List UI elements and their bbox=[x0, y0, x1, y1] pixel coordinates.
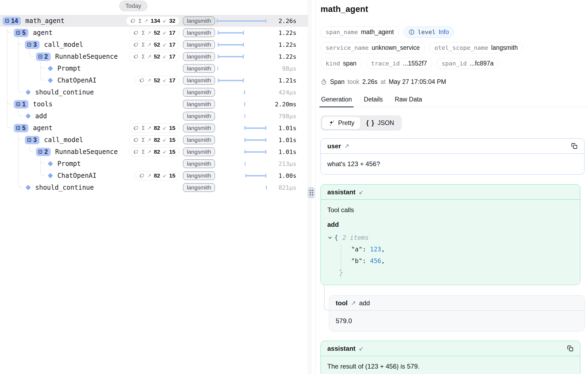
tab-raw-data[interactable]: Raw Data bbox=[394, 94, 423, 107]
collapse-badge[interactable]: 2 bbox=[36, 148, 51, 156]
json-open-brace: { bbox=[334, 234, 338, 241]
tree-connector-line bbox=[18, 109, 23, 116]
collapse-arrow-icon[interactable]: ↙ bbox=[359, 345, 364, 352]
duration-bar bbox=[218, 43, 244, 47]
copy-button[interactable] bbox=[567, 345, 574, 352]
tree-row-call_model[interactable]: 3call_modelΣ↗52↙17langsmith1.22s bbox=[0, 39, 308, 51]
span-tags: span_namemath_agentlevelInfoservice_name… bbox=[321, 27, 588, 69]
sum-icon: Σ bbox=[141, 149, 145, 155]
sum-icon: Σ bbox=[141, 29, 145, 36]
span-title: math_agent bbox=[321, 4, 588, 14]
tree-connector-line bbox=[7, 26, 12, 33]
copy-icon bbox=[567, 345, 574, 352]
tree-row-ChatOpenAI[interactable]: ChatOpenAI↗82↙15langsmith1.00s bbox=[0, 170, 308, 182]
token-count-badge: ↗82↙15 bbox=[135, 171, 179, 180]
stopwatch-icon bbox=[321, 79, 327, 85]
tree-row-math_agent[interactable]: 14math_agentΣ↗134↙32langsmith2.26s bbox=[0, 15, 308, 27]
output-tokens-count: 15 bbox=[169, 149, 175, 155]
tree-row-tools[interactable]: 1toolslangsmith2.20ms bbox=[0, 98, 308, 110]
input-tokens-icon: ↗ bbox=[147, 42, 151, 48]
collapse-arrow-icon[interactable]: ↙ bbox=[359, 189, 364, 196]
vendor-chip: langsmith bbox=[183, 100, 215, 109]
duration-label: 1.22s bbox=[279, 29, 296, 36]
tree-connector-line bbox=[29, 50, 34, 57]
vendor-chip: langsmith bbox=[183, 147, 215, 156]
tab-details[interactable]: Details bbox=[363, 94, 383, 107]
input-tokens-icon: ↗ bbox=[147, 77, 151, 83]
tag-pill-span_name: span_namemath_agent bbox=[321, 27, 399, 38]
timing-at-word: at bbox=[380, 78, 386, 86]
json-items-note: 2 items bbox=[342, 234, 369, 241]
copy-button[interactable] bbox=[571, 143, 578, 149]
collapse-badge[interactable]: 5 bbox=[14, 29, 28, 37]
token-coin-icon bbox=[133, 125, 139, 131]
collapse-badge[interactable]: 5 bbox=[14, 124, 28, 132]
tab-generation[interactable]: Generation bbox=[321, 94, 352, 107]
output-tokens-count: 15 bbox=[169, 172, 175, 179]
assistant-header: assistant ↙ bbox=[321, 341, 580, 356]
sparkle-icon bbox=[328, 120, 335, 127]
assistant-final-card: assistant ↙ The result of (123 + 456) is… bbox=[321, 341, 580, 374]
output-tokens-count: 17 bbox=[169, 41, 175, 48]
duration-bar bbox=[244, 138, 266, 142]
token-count-badge: Σ↗82↙15 bbox=[129, 123, 179, 133]
tree-row-ChatOpenAI[interactable]: ChatOpenAI↗52↙17langsmith1.21s bbox=[0, 74, 308, 86]
collapse-badge[interactable]: 1 bbox=[14, 100, 28, 109]
child-count: 5 bbox=[22, 124, 26, 132]
leaf-diamond-icon bbox=[26, 114, 31, 119]
child-count: 3 bbox=[33, 136, 37, 144]
output-tokens-icon: ↙ bbox=[163, 77, 167, 83]
json-open-line: { 2 items bbox=[327, 232, 574, 243]
collapse-badge[interactable]: 3 bbox=[25, 136, 40, 144]
tag-key: kind bbox=[326, 60, 340, 67]
duration-label: 1.21s bbox=[279, 77, 296, 84]
input-tokens-icon: ↗ bbox=[147, 54, 151, 60]
tag-value: span bbox=[343, 60, 357, 67]
tree-row-add[interactable]: addlangsmith798µs bbox=[0, 110, 308, 122]
collapse-badge[interactable]: 2 bbox=[36, 53, 51, 61]
tree-row-agent[interactable]: 5agentΣ↗82↙15langsmith1.01s bbox=[0, 122, 308, 134]
chevron-down-icon[interactable] bbox=[327, 235, 333, 240]
tag-key: span_name bbox=[326, 29, 358, 35]
tree-row-agent[interactable]: 5agentΣ↗52↙17langsmith1.22s bbox=[0, 27, 308, 39]
token-coin-icon bbox=[133, 42, 139, 48]
user-message-card: user ↗ what's 123 + 456? bbox=[321, 138, 584, 175]
timing-took-word: took bbox=[348, 78, 359, 86]
tree-connector-line bbox=[18, 38, 23, 45]
duration-tick bbox=[244, 90, 245, 94]
token-coin-icon bbox=[133, 137, 139, 143]
span-name-label: Prompt bbox=[57, 65, 81, 72]
collapse-square-icon bbox=[16, 30, 21, 35]
tool-result-name: add bbox=[359, 299, 370, 307]
tree-connector-line bbox=[40, 61, 45, 68]
token-count-badge: Σ↗82↙15 bbox=[129, 135, 179, 145]
tree-row-call_model[interactable]: 3call_modelΣ↗82↙15langsmith1.01s bbox=[0, 134, 308, 146]
span-name-label: should_continue bbox=[35, 88, 94, 96]
json-close-line: } bbox=[327, 267, 574, 278]
collapse-badge[interactable]: 14 bbox=[3, 17, 21, 25]
divider-drag-handle[interactable] bbox=[308, 187, 315, 198]
span-name-label: ChatOpenAI bbox=[57, 77, 97, 84]
tree-row-RunnableSequence[interactable]: 2RunnableSequenceΣ↗52↙17langsmith1.22s bbox=[0, 51, 308, 63]
tool-result-header: tool ↗ add bbox=[329, 296, 584, 311]
pretty-toggle-button[interactable]: Pretty bbox=[322, 117, 360, 129]
expand-arrow-icon[interactable]: ↗ bbox=[351, 300, 356, 307]
tree-row-RunnableSequence[interactable]: 2RunnableSequenceΣ↗82↙15langsmith1.01s bbox=[0, 146, 308, 158]
tree-row-Prompt[interactable]: Promptlangsmith98µs bbox=[0, 63, 308, 74]
duration-bar bbox=[218, 78, 244, 82]
collapse-badge[interactable]: 3 bbox=[25, 41, 40, 49]
input-tokens-count: 82 bbox=[154, 125, 160, 131]
json-toggle-button[interactable]: { } JSON bbox=[360, 117, 400, 129]
tree-row-Prompt[interactable]: Promptlangsmith213µs bbox=[0, 158, 308, 170]
duration-gantt bbox=[217, 27, 266, 39]
span-name-label: math_agent bbox=[25, 17, 65, 25]
span-name-label: RunnableSequence bbox=[55, 53, 118, 60]
expand-arrow-icon[interactable]: ↗ bbox=[344, 143, 349, 150]
token-coin-icon bbox=[133, 30, 139, 36]
tree-row-should_continue[interactable]: should_continuelangsmith424µs bbox=[0, 86, 308, 98]
token-count-badge: Σ↗52↙17 bbox=[129, 40, 179, 49]
output-tokens-icon: ↙ bbox=[163, 137, 167, 143]
span-name-label: add bbox=[35, 112, 47, 120]
duration-gantt bbox=[217, 98, 266, 110]
tree-row-should_continue[interactable]: should_continuelangsmith821µs bbox=[0, 182, 308, 193]
